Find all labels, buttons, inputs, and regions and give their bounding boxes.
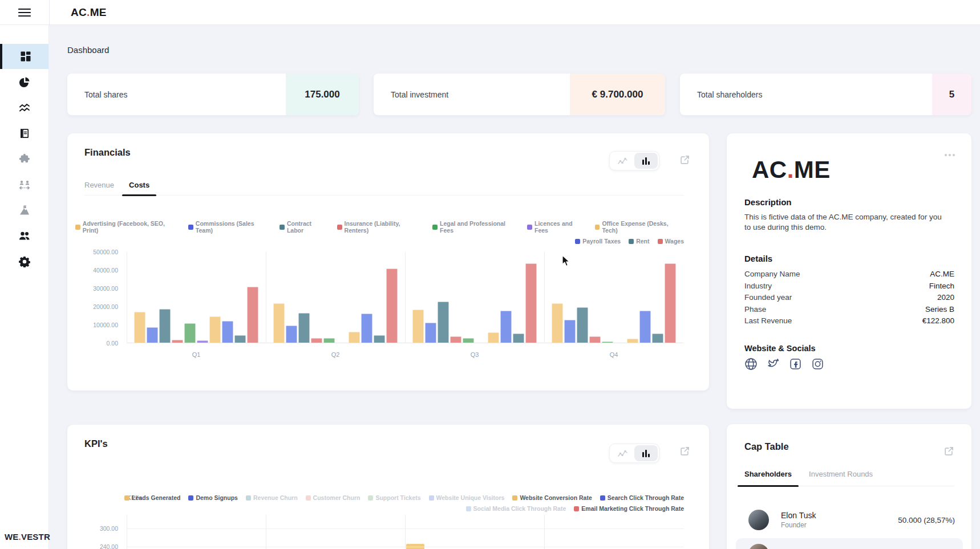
logo-dot: .: [787, 156, 794, 183]
bar: [450, 336, 461, 343]
legend-item[interactable]: Social Media Click Through Rate: [466, 505, 566, 512]
bar: [134, 312, 145, 343]
pie-chart-icon: [19, 76, 30, 88]
bar-chart-toggle-button[interactable]: [634, 445, 658, 461]
legend-label: Commissions (Sales Team): [196, 220, 272, 234]
legend-item[interactable]: Legal and Professional Fees: [432, 220, 519, 234]
legend-item[interactable]: Email Marketing Click Through Rate: [574, 505, 684, 512]
bar: [374, 335, 385, 343]
y-axis-tick: 30000.00: [67, 285, 118, 292]
legend-item[interactable]: Wages: [658, 238, 684, 245]
sidebar-item-milestones[interactable]: [0, 198, 48, 223]
bar: [577, 307, 588, 343]
tab-revenue[interactable]: Revenue: [84, 181, 114, 195]
legend-item[interactable]: Website Conversion Rate: [512, 494, 592, 501]
shareholder-row[interactable]: Mack Ja50.000 (28,57%): [736, 538, 963, 549]
twitter-link[interactable]: [767, 357, 780, 371]
bar: [500, 311, 512, 343]
kpi-title: KPI's: [84, 438, 108, 449]
cap-table-card: Cap Table Shareholders Investment Rounds…: [727, 424, 971, 549]
bar-chart-toggle-button[interactable]: [634, 153, 658, 169]
avatar: [748, 510, 769, 530]
shareholder-row[interactable]: Elon TuskFounder50.000 (28,57%): [736, 504, 963, 536]
bar: [147, 327, 158, 343]
tab-investment-rounds[interactable]: Investment Rounds: [809, 470, 873, 486]
page-title: Dashboard: [67, 45, 971, 55]
stat-value: 175.000: [286, 74, 359, 115]
stat-card-total-investment: Total investment € 9.700.000: [374, 74, 665, 115]
legend-swatch: [306, 495, 311, 501]
bar: [247, 287, 258, 343]
more-options-button[interactable]: [945, 154, 955, 156]
sidebar-item-equity[interactable]: [0, 70, 48, 95]
line-chart-icon: [617, 157, 628, 165]
facebook-link[interactable]: [789, 357, 802, 371]
main-content: Dashboard Total shares 175.000 Total inv…: [49, 25, 980, 549]
legend-swatch: [246, 495, 251, 501]
legend-item[interactable]: Website Unique Visitors: [429, 494, 505, 501]
description-heading: Description: [744, 197, 792, 207]
tab-costs[interactable]: Costs: [129, 181, 149, 195]
legend-item[interactable]: Insurance (Liability, Renters): [337, 220, 424, 234]
legend-item[interactable]: Search Click Through Rate: [600, 494, 684, 501]
cap-table-expand-button[interactable]: [943, 446, 954, 457]
bar: [311, 338, 322, 343]
bar-chart-icon: [642, 449, 650, 457]
legend-item[interactable]: Commissions (Sales Team): [188, 220, 272, 234]
users-icon: [18, 230, 31, 242]
expand-icon: [679, 154, 690, 166]
legend-swatch: [337, 225, 342, 230]
gridline: [127, 252, 127, 343]
expand-icon: [943, 446, 954, 457]
legend-item[interactable]: Revenue Churn: [246, 494, 298, 501]
gridline: [544, 515, 545, 549]
sidebar-item-settings[interactable]: [0, 249, 48, 274]
legend-label: Website Conversion Rate: [520, 494, 592, 501]
hamburger-menu-button[interactable]: [0, 0, 50, 25]
legend-item[interactable]: Customer Churn: [306, 494, 361, 501]
legend-item[interactable]: Payroll Taxes: [575, 238, 621, 245]
sidebar-item-dashboard[interactable]: [0, 44, 48, 69]
legend-label: Support Tickets: [375, 494, 420, 501]
sidebar-item-stakeholders[interactable]: [0, 223, 48, 249]
legend-label: Office Expense (Desks, Tech): [602, 220, 684, 234]
legend-swatch: [368, 495, 373, 501]
bar: [552, 303, 563, 343]
legend-item[interactable]: Rent: [629, 238, 649, 245]
line-chart-toggle-button[interactable]: [611, 153, 634, 169]
y-axis-tick: 10000.00: [67, 322, 118, 328]
legend-item[interactable]: Advertising (Facebook, SEO, Print): [75, 220, 180, 234]
legend-swatch: [75, 225, 80, 230]
sidebar-item-integrations[interactable]: [0, 147, 48, 172]
x-axis-label: Q1: [127, 351, 266, 358]
kpi-expand-button[interactable]: [679, 446, 690, 457]
facebook-icon: [789, 357, 802, 371]
detail-row: Founded year2020: [744, 292, 954, 304]
sidebar-item-exits[interactable]: [0, 172, 48, 197]
financials-expand-button[interactable]: [679, 154, 690, 166]
shareholder-name: Elon Tusk: [781, 511, 816, 520]
legend-item[interactable]: Contract Labor: [280, 220, 329, 234]
tab-shareholders[interactable]: Shareholders: [744, 470, 792, 486]
website-link[interactable]: [744, 357, 758, 371]
chart-type-toggle: [609, 444, 659, 463]
detail-row: IndustryFintech: [744, 280, 954, 292]
legend-item[interactable]: Demo Signups: [188, 494, 238, 501]
shareholder-role: Founder: [781, 521, 816, 529]
sidebar: WE.VESTR: [0, 25, 49, 549]
instagram-link[interactable]: [811, 357, 824, 371]
top-bar: AC.ME: [0, 0, 980, 25]
legend-label: Social Media Click Through Rate: [473, 505, 566, 512]
line-chart-toggle-button[interactable]: [611, 445, 634, 461]
legend-item[interactable]: Office Expense (Desks, Tech): [595, 220, 684, 234]
bar-group: [266, 252, 405, 343]
legend-item[interactable]: Leads Generated: [124, 494, 180, 501]
bar: [589, 336, 601, 343]
bar: [627, 339, 638, 343]
twitter-icon: [767, 357, 780, 371]
sidebar-item-performance[interactable]: [0, 95, 48, 120]
legend-item[interactable]: Support Tickets: [368, 494, 420, 501]
company-card: AC.ME Description This is fictive data o…: [727, 133, 971, 409]
legend-item[interactable]: Licences and Fees: [527, 220, 586, 234]
sidebar-item-reports[interactable]: [0, 121, 48, 146]
